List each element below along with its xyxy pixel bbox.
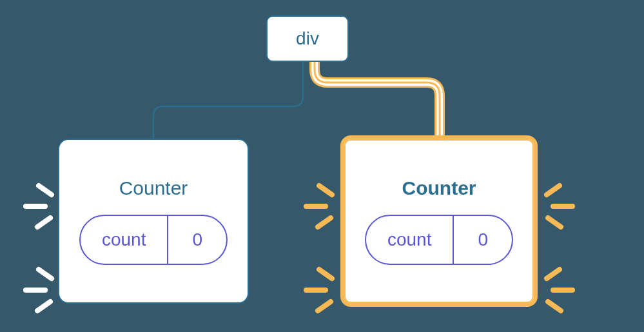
svg-line-11	[318, 302, 331, 311]
counter-card-left: Counter count 0	[58, 139, 249, 304]
svg-line-14	[548, 218, 561, 227]
svg-line-8	[318, 218, 331, 227]
svg-line-9	[319, 269, 332, 278]
spark-icon	[13, 174, 58, 232]
root-node-label: div	[296, 28, 319, 49]
svg-line-3	[39, 269, 52, 278]
spark-icon	[293, 174, 338, 232]
spark-icon	[293, 258, 338, 316]
state-pill-right: count 0	[365, 215, 513, 265]
counter-card-right: Counter count 0	[340, 135, 538, 307]
state-label-left: count	[81, 216, 168, 264]
state-value-right: 0	[454, 216, 512, 264]
counter-title-right: Counter	[402, 177, 476, 199]
spark-icon	[540, 174, 585, 232]
spark-icon	[540, 258, 585, 316]
state-pill-left: count 0	[79, 215, 228, 265]
counter-title-left: Counter	[119, 177, 188, 199]
svg-line-17	[548, 302, 561, 311]
svg-line-0	[39, 186, 52, 195]
svg-line-5	[37, 302, 50, 311]
svg-line-2	[37, 218, 50, 227]
state-value-left: 0	[168, 216, 226, 264]
svg-line-6	[319, 186, 332, 195]
spark-icon	[13, 258, 58, 316]
svg-line-12	[547, 186, 560, 195]
root-node-div: div	[266, 15, 349, 62]
state-label-right: count	[366, 216, 454, 264]
svg-line-15	[547, 269, 560, 278]
